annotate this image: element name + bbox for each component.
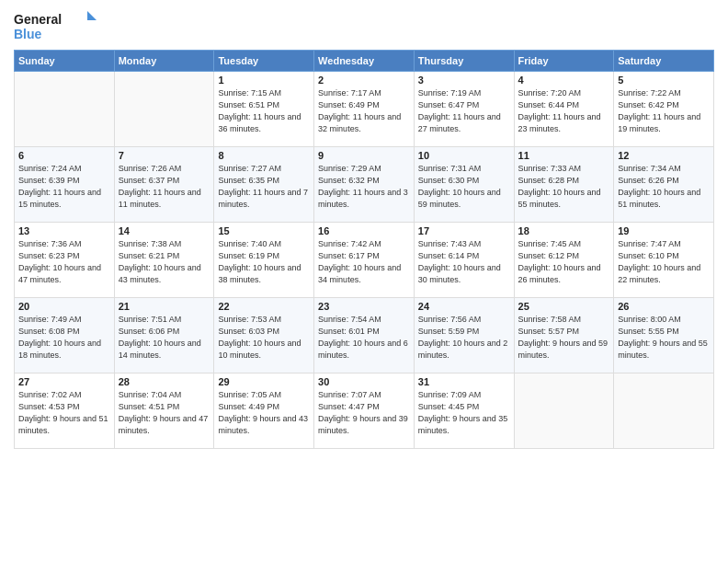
day-info: Sunrise: 7:54 AMSunset: 6:01 PMDaylight:… [318,314,410,362]
day-number: 6 [18,150,110,161]
day-info: Sunrise: 8:00 AMSunset: 5:55 PMDaylight:… [618,314,710,362]
day-info: Sunrise: 7:40 AMSunset: 6:19 PMDaylight:… [218,238,310,286]
day-cell: 22Sunrise: 7:53 AMSunset: 6:03 PMDayligh… [214,298,314,373]
day-info: Sunrise: 7:38 AMSunset: 6:21 PMDaylight:… [119,238,210,286]
day-cell: 21Sunrise: 7:51 AMSunset: 6:06 PMDayligh… [114,298,214,373]
week-row-5: 27Sunrise: 7:02 AMSunset: 4:53 PMDayligh… [15,373,714,449]
day-cell: 12Sunrise: 7:34 AMSunset: 6:26 PMDayligh… [614,147,714,223]
day-number: 27 [18,376,110,387]
day-number: 29 [218,376,310,387]
day-number: 2 [318,75,410,86]
day-number: 26 [618,301,710,312]
day-cell: 19Sunrise: 7:47 AMSunset: 6:10 PMDayligh… [614,223,714,298]
day-info: Sunrise: 7:17 AMSunset: 6:49 PMDaylight:… [318,87,410,135]
day-info: Sunrise: 7:51 AMSunset: 6:06 PMDaylight:… [119,314,210,362]
day-number: 25 [518,301,610,312]
day-info: Sunrise: 7:56 AMSunset: 5:59 PMDaylight:… [418,314,510,362]
day-info: Sunrise: 7:02 AMSunset: 4:53 PMDaylight:… [18,389,110,437]
day-info: Sunrise: 7:09 AMSunset: 4:45 PMDaylight:… [418,389,510,437]
day-number: 10 [418,150,510,161]
col-header-monday: Monday [114,51,214,72]
col-header-wednesday: Wednesday [314,51,415,72]
day-cell: 2Sunrise: 7:17 AMSunset: 6:49 PMDaylight… [314,72,415,147]
day-cell [514,373,614,449]
day-info: Sunrise: 7:26 AMSunset: 6:37 PMDaylight:… [119,163,210,211]
day-info: Sunrise: 7:49 AMSunset: 6:08 PMDaylight:… [18,314,110,362]
day-number: 5 [618,75,710,86]
day-number: 11 [518,150,610,161]
calendar-page: General Blue SundayMondayTuesdayWednesda… [0,0,728,563]
col-header-tuesday: Tuesday [214,51,314,72]
day-cell: 4Sunrise: 7:20 AMSunset: 6:44 PMDaylight… [514,72,614,147]
day-info: Sunrise: 7:15 AMSunset: 6:51 PMDaylight:… [218,87,310,135]
day-cell: 25Sunrise: 7:58 AMSunset: 5:57 PMDayligh… [514,298,614,373]
col-header-friday: Friday [514,51,614,72]
week-row-2: 6Sunrise: 7:24 AMSunset: 6:39 PMDaylight… [15,147,714,223]
day-info: Sunrise: 7:43 AMSunset: 6:14 PMDaylight:… [418,238,510,286]
week-row-1: 1Sunrise: 7:15 AMSunset: 6:51 PMDaylight… [15,72,714,147]
day-info: Sunrise: 7:34 AMSunset: 6:26 PMDaylight:… [618,163,710,211]
day-cell: 26Sunrise: 8:00 AMSunset: 5:55 PMDayligh… [614,298,714,373]
day-number: 16 [318,225,410,236]
day-cell: 28Sunrise: 7:04 AMSunset: 4:51 PMDayligh… [114,373,214,449]
day-number: 14 [119,225,210,236]
week-row-4: 20Sunrise: 7:49 AMSunset: 6:08 PMDayligh… [15,298,714,373]
svg-text:Blue: Blue [14,27,42,41]
day-cell: 29Sunrise: 7:05 AMSunset: 4:49 PMDayligh… [214,373,314,449]
day-cell [614,373,714,449]
day-cell: 27Sunrise: 7:02 AMSunset: 4:53 PMDayligh… [15,373,115,449]
day-cell: 30Sunrise: 7:07 AMSunset: 4:47 PMDayligh… [314,373,415,449]
day-info: Sunrise: 7:29 AMSunset: 6:32 PMDaylight:… [318,163,410,211]
day-cell: 1Sunrise: 7:15 AMSunset: 6:51 PMDaylight… [214,72,314,147]
day-number: 24 [418,301,510,312]
day-cell: 20Sunrise: 7:49 AMSunset: 6:08 PMDayligh… [15,298,115,373]
day-info: Sunrise: 7:19 AMSunset: 6:47 PMDaylight:… [418,87,510,135]
logo: General Blue [14,9,97,44]
day-info: Sunrise: 7:04 AMSunset: 4:51 PMDaylight:… [119,389,210,437]
day-info: Sunrise: 7:33 AMSunset: 6:28 PMDaylight:… [518,163,610,211]
day-number: 21 [119,301,210,312]
day-cell: 7Sunrise: 7:26 AMSunset: 6:37 PMDaylight… [114,147,214,223]
col-header-saturday: Saturday [614,51,714,72]
day-number: 18 [518,225,610,236]
day-number: 4 [518,75,610,86]
week-row-3: 13Sunrise: 7:36 AMSunset: 6:23 PMDayligh… [15,223,714,298]
day-number: 19 [618,225,710,236]
day-cell: 14Sunrise: 7:38 AMSunset: 6:21 PMDayligh… [114,223,214,298]
day-number: 7 [119,150,210,161]
day-info: Sunrise: 7:31 AMSunset: 6:30 PMDaylight:… [418,163,510,211]
day-number: 8 [218,150,310,161]
day-info: Sunrise: 7:36 AMSunset: 6:23 PMDaylight:… [18,238,110,286]
day-cell: 16Sunrise: 7:42 AMSunset: 6:17 PMDayligh… [314,223,415,298]
header: General Blue [14,9,714,44]
col-header-sunday: Sunday [15,51,115,72]
day-cell: 31Sunrise: 7:09 AMSunset: 4:45 PMDayligh… [414,373,514,449]
day-cell: 8Sunrise: 7:27 AMSunset: 6:35 PMDaylight… [214,147,314,223]
day-cell: 6Sunrise: 7:24 AMSunset: 6:39 PMDaylight… [15,147,115,223]
day-number: 1 [218,75,310,86]
day-cell: 24Sunrise: 7:56 AMSunset: 5:59 PMDayligh… [414,298,514,373]
day-cell: 3Sunrise: 7:19 AMSunset: 6:47 PMDaylight… [414,72,514,147]
day-number: 13 [18,225,110,236]
day-info: Sunrise: 7:53 AMSunset: 6:03 PMDaylight:… [218,314,310,362]
day-cell: 9Sunrise: 7:29 AMSunset: 6:32 PMDaylight… [314,147,415,223]
day-cell: 10Sunrise: 7:31 AMSunset: 6:30 PMDayligh… [414,147,514,223]
day-number: 23 [318,301,410,312]
day-number: 28 [119,376,210,387]
day-number: 17 [418,225,510,236]
day-cell: 5Sunrise: 7:22 AMSunset: 6:42 PMDaylight… [614,72,714,147]
day-cell: 17Sunrise: 7:43 AMSunset: 6:14 PMDayligh… [414,223,514,298]
day-cell: 18Sunrise: 7:45 AMSunset: 6:12 PMDayligh… [514,223,614,298]
day-info: Sunrise: 7:24 AMSunset: 6:39 PMDaylight:… [18,163,110,211]
svg-marker-2 [87,11,97,20]
day-number: 15 [218,225,310,236]
day-cell [15,72,115,147]
header-row: SundayMondayTuesdayWednesdayThursdayFrid… [15,51,714,72]
day-cell: 11Sunrise: 7:33 AMSunset: 6:28 PMDayligh… [514,147,614,223]
day-info: Sunrise: 7:20 AMSunset: 6:44 PMDaylight:… [518,87,610,135]
day-info: Sunrise: 7:27 AMSunset: 6:35 PMDaylight:… [218,163,310,211]
calendar-table: SundayMondayTuesdayWednesdayThursdayFrid… [14,50,714,449]
svg-text:General: General [14,12,62,27]
day-number: 20 [18,301,110,312]
day-number: 22 [218,301,310,312]
